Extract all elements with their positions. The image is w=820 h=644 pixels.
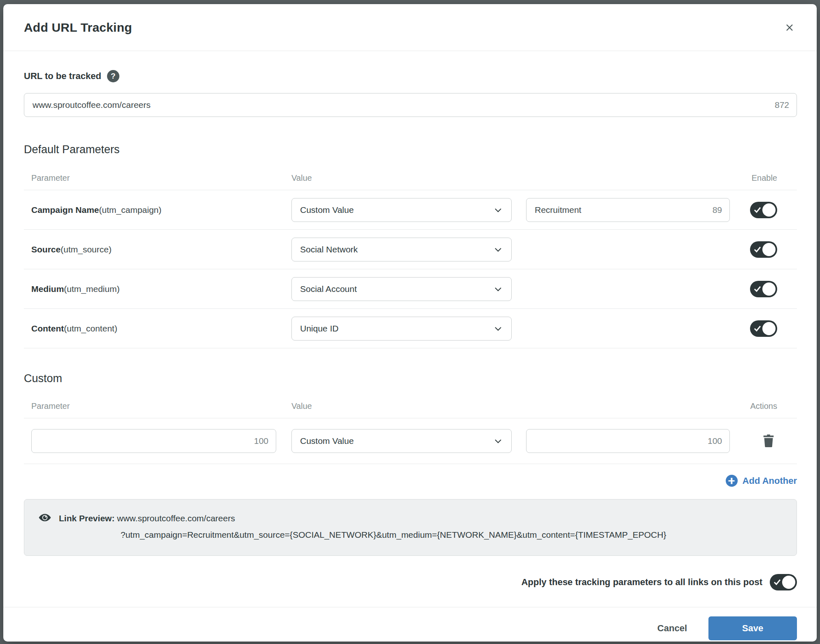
- url-input[interactable]: [24, 93, 797, 117]
- column-header-enable: Enable: [730, 173, 797, 183]
- check-icon: [754, 246, 761, 253]
- apply-all-links-row: Apply these tracking parameters to all l…: [24, 574, 797, 590]
- source-enable-toggle[interactable]: [750, 241, 777, 258]
- content-value-type-select[interactable]: Unique ID: [291, 317, 512, 341]
- check-icon: [754, 325, 761, 332]
- url-label-row: URL to be tracked ?: [24, 70, 797, 82]
- table-row-source: Source(utm_source) Social Network: [24, 230, 797, 269]
- save-button[interactable]: Save: [708, 616, 797, 640]
- eye-icon: [38, 511, 51, 524]
- close-icon: [785, 23, 794, 33]
- modal-header: Add URL Tracking: [3, 4, 817, 51]
- apply-all-links-toggle[interactable]: [770, 574, 797, 590]
- chevron-down-icon: [493, 284, 503, 294]
- custom-value-wrapper: 100: [526, 429, 730, 453]
- chevron-down-icon: [493, 245, 503, 254]
- table-row-content: Content(utm_content) Unique ID: [24, 309, 797, 348]
- column-header-actions: Actions: [730, 401, 797, 411]
- url-input-wrapper: 872: [24, 93, 797, 117]
- add-url-tracking-modal: Add URL Tracking URL to be tracked ? 872…: [3, 4, 817, 642]
- custom-value-input[interactable]: [526, 429, 729, 453]
- column-header-value: Value: [291, 401, 512, 411]
- source-value-type-select[interactable]: Social Network: [291, 238, 512, 261]
- campaign-value-type-select[interactable]: Custom Value: [291, 198, 512, 222]
- link-preview-label: Link Preview:: [59, 513, 114, 523]
- question-mark-icon[interactable]: ?: [107, 70, 119, 82]
- table-row-campaign-name: Campaign Name(utm_campaign) Custom Value…: [24, 190, 797, 229]
- modal-title: Add URL Tracking: [24, 21, 132, 35]
- trash-icon: [762, 434, 775, 447]
- column-header-value: Value: [291, 173, 512, 183]
- add-another-button[interactable]: Add Another: [726, 475, 797, 487]
- custom-parameter-char-count: 100: [254, 436, 268, 446]
- cancel-button[interactable]: Cancel: [646, 617, 699, 639]
- check-icon: [754, 206, 761, 214]
- check-icon: [773, 579, 781, 586]
- custom-heading: Custom: [24, 372, 797, 385]
- custom-parameter-row: 100 Custom Value 100: [24, 418, 797, 464]
- medium-enable-toggle[interactable]: [750, 281, 777, 297]
- chevron-down-icon: [493, 205, 503, 215]
- apply-all-links-label: Apply these tracking parameters to all l…: [521, 577, 762, 588]
- content-enable-toggle[interactable]: [750, 320, 777, 337]
- medium-value-type-select[interactable]: Social Account: [291, 277, 512, 301]
- table-row-medium: Medium(utm_medium) Social Account: [24, 269, 797, 308]
- custom-value-char-count: 100: [708, 436, 722, 446]
- column-header-parameter: Parameter: [24, 401, 291, 411]
- divider: [24, 464, 797, 464]
- custom-parameter-wrapper: 100: [31, 429, 276, 453]
- campaign-custom-value-input[interactable]: [526, 198, 729, 222]
- link-preview-text: Link Preview: www.sproutcoffee.com/caree…: [59, 510, 666, 543]
- divider: [24, 348, 797, 348]
- toggle-knob: [762, 322, 776, 335]
- link-preview-box: Link Preview: www.sproutcoffee.com/caree…: [24, 499, 797, 556]
- toggle-knob: [782, 576, 795, 589]
- toggle-knob: [762, 282, 776, 296]
- plus-circle-icon: [726, 475, 738, 487]
- url-tracked-label: URL to be tracked: [24, 71, 101, 82]
- campaign-custom-value-wrapper: 89: [526, 198, 730, 222]
- custom-value-type-select[interactable]: Custom Value: [291, 429, 512, 453]
- modal-body: URL to be tracked ? 872 Default Paramete…: [3, 51, 817, 607]
- close-button[interactable]: [780, 19, 799, 37]
- row-label: Content(utm_content): [24, 324, 291, 334]
- url-char-count: 872: [775, 100, 789, 110]
- link-preview-url: www.sproutcoffee.com/careers: [117, 513, 235, 523]
- row-label: Medium(utm_medium): [24, 284, 291, 294]
- campaign-enable-toggle[interactable]: [750, 202, 777, 218]
- modal-footer: Cancel Save: [3, 607, 817, 642]
- custom-parameter-input[interactable]: [32, 429, 276, 453]
- column-header-parameter: Parameter: [24, 173, 291, 183]
- delete-row-button[interactable]: [761, 432, 776, 450]
- toggle-knob: [762, 243, 776, 256]
- link-preview-query: ?utm_campaign=Recruitment&utm_source={SO…: [59, 527, 666, 543]
- campaign-char-count: 89: [713, 205, 722, 215]
- chevron-down-icon: [493, 324, 503, 334]
- row-label: Campaign Name(utm_campaign): [24, 205, 291, 215]
- toggle-knob: [762, 203, 776, 217]
- chevron-down-icon: [493, 436, 503, 446]
- default-parameters-table-header: Parameter Value Enable: [24, 172, 797, 184]
- check-icon: [754, 285, 761, 293]
- row-label: Source(utm_source): [24, 245, 291, 254]
- custom-table-header: Parameter Value Actions: [24, 400, 797, 412]
- default-parameters-heading: Default Parameters: [24, 143, 797, 156]
